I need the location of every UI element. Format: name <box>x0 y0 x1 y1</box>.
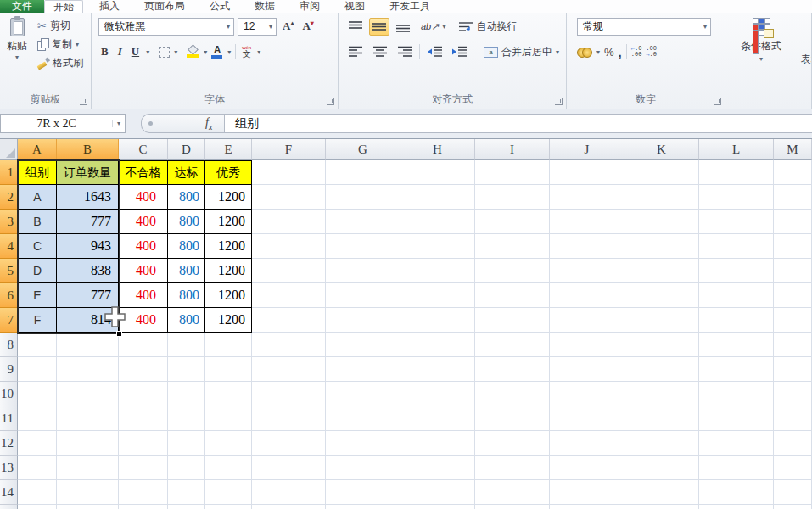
cell-C12[interactable] <box>119 431 168 456</box>
cell-E13[interactable] <box>205 456 252 480</box>
cell-J6[interactable] <box>550 283 624 308</box>
cell-F3[interactable] <box>252 210 326 234</box>
cut-button[interactable]: ✂ 剪切 <box>36 16 85 35</box>
cell-C13[interactable] <box>119 456 168 480</box>
cell-G5[interactable] <box>326 259 400 283</box>
chevron-down-icon[interactable]: ▾ <box>266 23 276 31</box>
column-header-A[interactable]: A <box>18 139 57 160</box>
cell-D4[interactable]: 800 <box>168 234 205 259</box>
cell-A7[interactable]: F <box>18 308 57 333</box>
cell-H1[interactable] <box>400 160 475 185</box>
cell-G12[interactable] <box>326 431 400 456</box>
cell-K13[interactable] <box>624 456 699 480</box>
row-header-6[interactable]: 6 <box>0 283 18 308</box>
cell-C2[interactable]: 400 <box>119 185 168 210</box>
cell-K15[interactable] <box>624 505 699 509</box>
cell-I3[interactable] <box>475 210 550 234</box>
cell-A12[interactable] <box>18 431 57 456</box>
cell-E5[interactable]: 1200 <box>205 259 252 283</box>
cell-H9[interactable] <box>400 357 475 382</box>
cell-E2[interactable]: 1200 <box>205 185 252 210</box>
row-header-10[interactable]: 10 <box>0 382 18 406</box>
cell-B2[interactable]: 1643 <box>57 185 119 210</box>
decrease-decimal-button[interactable]: .00→.0 <box>646 46 657 58</box>
tab-7[interactable]: 开发工具 <box>381 0 439 13</box>
cell-M10[interactable] <box>774 382 812 406</box>
cell-C6[interactable]: 400 <box>119 283 168 308</box>
cell-L13[interactable] <box>699 456 774 480</box>
column-header-E[interactable]: E <box>205 139 252 160</box>
orientation-icon[interactable]: ab↗ <box>421 21 439 32</box>
cell-E10[interactable] <box>205 382 252 406</box>
align-right-button[interactable] <box>395 43 415 61</box>
cell-H3[interactable] <box>400 210 475 234</box>
cell-H14[interactable] <box>400 480 475 505</box>
cell-L2[interactable] <box>699 185 774 210</box>
cell-G11[interactable] <box>326 406 400 431</box>
cell-I11[interactable] <box>475 406 550 431</box>
italic-button[interactable]: I <box>115 44 125 59</box>
cell-M11[interactable] <box>774 406 812 431</box>
cell-A1[interactable]: 组别 <box>18 160 57 185</box>
number-dialog-launcher[interactable] <box>714 98 721 105</box>
column-header-B[interactable]: B <box>57 139 119 160</box>
cell-I5[interactable] <box>475 259 550 283</box>
comma-style-button[interactable]: , <box>619 45 622 59</box>
cell-F11[interactable] <box>252 406 326 431</box>
cell-F2[interactable] <box>252 185 326 210</box>
cell-C1[interactable]: 不合格 <box>119 160 168 185</box>
cell-K8[interactable] <box>624 333 699 357</box>
select-all-button[interactable] <box>0 139 18 160</box>
cell-B10[interactable] <box>57 382 119 406</box>
cell-H2[interactable] <box>400 185 475 210</box>
wrap-text-button[interactable]: 自动换行 <box>459 20 517 34</box>
cell-G2[interactable] <box>326 185 400 210</box>
cell-J4[interactable] <box>550 234 624 259</box>
cell-F7[interactable] <box>252 308 326 333</box>
tab-3[interactable]: 公式 <box>201 0 238 13</box>
cell-H12[interactable] <box>400 431 475 456</box>
cell-I14[interactable] <box>475 480 550 505</box>
cell-L11[interactable] <box>699 406 774 431</box>
cell-E6[interactable]: 1200 <box>205 283 252 308</box>
cell-L4[interactable] <box>699 234 774 259</box>
cell-D6[interactable]: 800 <box>168 283 205 308</box>
cell-G10[interactable] <box>326 382 400 406</box>
cell-E7[interactable]: 1200 <box>205 308 252 333</box>
cell-D14[interactable] <box>168 480 205 505</box>
cell-I6[interactable] <box>475 283 550 308</box>
bold-button[interactable]: B <box>98 44 111 59</box>
cell-D9[interactable] <box>168 357 205 382</box>
cell-A4[interactable]: C <box>18 234 57 259</box>
row-header-7[interactable]: 7 <box>0 308 18 333</box>
cell-F1[interactable] <box>252 160 326 185</box>
cell-M4[interactable] <box>774 234 812 259</box>
column-header-K[interactable]: K <box>624 139 699 160</box>
cell-H7[interactable] <box>400 308 475 333</box>
row-header-12[interactable]: 12 <box>0 431 18 456</box>
underline-button[interactable]: U <box>129 44 142 59</box>
cell-L14[interactable] <box>699 480 774 505</box>
cell-K12[interactable] <box>624 431 699 456</box>
cell-H8[interactable] <box>400 333 475 357</box>
row-header-14[interactable]: 14 <box>0 480 18 505</box>
row-header-13[interactable]: 13 <box>0 456 18 480</box>
cell-J10[interactable] <box>550 382 624 406</box>
cell-M6[interactable] <box>774 283 812 308</box>
cell-I9[interactable] <box>475 357 550 382</box>
underline-caret-icon[interactable]: ▾ <box>146 48 149 56</box>
cell-L7[interactable] <box>699 308 774 333</box>
cell-M1[interactable] <box>774 160 812 185</box>
cell-B8[interactable] <box>57 333 119 357</box>
cell-M12[interactable] <box>774 431 812 456</box>
column-header-M[interactable]: M <box>774 139 812 160</box>
cell-C3[interactable]: 400 <box>119 210 168 234</box>
cell-L15[interactable] <box>699 505 774 509</box>
grow-font-button[interactable]: A▴ <box>280 19 296 34</box>
row-header-1[interactable]: 1 <box>0 160 18 185</box>
cell-E3[interactable]: 1200 <box>205 210 252 234</box>
cell-J8[interactable] <box>550 333 624 357</box>
cell-B12[interactable] <box>57 431 119 456</box>
cell-I12[interactable] <box>475 431 550 456</box>
cell-D8[interactable] <box>168 333 205 357</box>
